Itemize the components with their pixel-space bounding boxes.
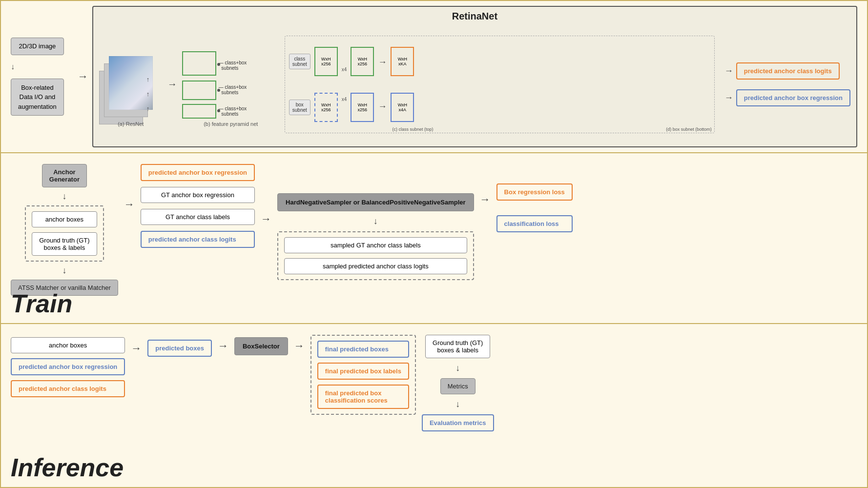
arrow-to-pred-boxes: → [131, 342, 142, 355]
sampler-col: HardNegativeSampler or BalancedPositiveN… [277, 193, 474, 280]
arrow-output2: → [724, 93, 733, 103]
pred-anchor-box-reg-middle: predicted anchor box regression [141, 164, 255, 181]
metrics-box: Metrics [440, 378, 475, 394]
sampler-label: HardNegativeSampler or BalancedPositiveN… [286, 199, 465, 206]
predicted-boxes-label: predicted boxes [147, 340, 212, 357]
resnet-label: (a) ResNet [99, 121, 163, 127]
pred-boxes-col: predicted boxes [147, 340, 212, 357]
data-io-box: Box-relatedData I/O andaugmentation [11, 79, 64, 116]
blue-card-2: WxHx256 [351, 93, 374, 122]
pred-anchor-class-logits-infer: predicted anchor class logits [11, 380, 125, 397]
x4-label-2: x4 [342, 97, 347, 102]
arrow-fpn: → [167, 79, 177, 90]
retinanet-inner: ↑ ↑ ↑ (a) ResNet → — class+box subnets —… [99, 26, 850, 142]
output1-row: → predicted anchor class logits [724, 62, 850, 80]
arrow-to-losses: → [480, 193, 491, 206]
pred-anchor-box-reg-infer: predicted anchor box regression [11, 358, 125, 375]
input-image-box: 2D/3D image [11, 38, 64, 55]
gt-anchor-box-reg-box: GT anchor box regression [141, 187, 255, 203]
left-inputs: 2D/3D image ↓ Box-relatedData I/O andaug… [11, 38, 64, 116]
section-top: 2D/3D image ↓ Box-relatedData I/O andaug… [1, 1, 867, 153]
anchor-generator-box: AnchorGenerator [42, 164, 87, 187]
anchor-boxes-middle-box: anchor boxes [32, 211, 97, 227]
losses-col: Box regression loss classification loss [496, 183, 573, 232]
layer-col-1: WxHx256 WxHx256 [314, 40, 338, 129]
fpn-visual: — class+box subnets — class+box subnets … [182, 41, 280, 127]
sampled-pred-logits-box: sampled predicted anchor class logits [284, 258, 467, 274]
layer-col-3: WxHxKA WxHx4A [391, 40, 414, 129]
x4-label-1: x4 [342, 67, 347, 72]
sampled-dashed-box: sampled GT anchor class labels sampled p… [277, 231, 474, 280]
down-arrow-eval: ↓ [455, 399, 460, 409]
subnet-label-col: classsubnet boxsubnet [289, 40, 310, 129]
down-arrow-icon: ↓ [11, 62, 15, 71]
down-arrow-anchor: ↓ [62, 191, 66, 202]
final-outputs-dashed-box: final predicted boxes final predicted bo… [310, 335, 416, 415]
arrow-to-retinanet: → [78, 70, 88, 83]
subnet-visual: classsubnet boxsubnet WxHx256 WxHx256 x4… [285, 36, 715, 133]
inference-section-label: Inference [11, 453, 124, 482]
arrows-col: → → [378, 40, 387, 129]
anchor-generator-col: AnchorGenerator ↓ anchor boxes Ground tr… [11, 164, 118, 296]
x4-labels: x4 x4 [342, 40, 347, 129]
output-labels: → predicted anchor class logits → predic… [724, 62, 850, 106]
output2-row: → predicted anchor box regression [724, 89, 850, 106]
blue-dashed-card-1: WxHx256 [314, 93, 338, 122]
down-arrow-metrics: ↓ [455, 363, 460, 373]
anchor-boxes-infer-box: anchor boxes [11, 337, 125, 353]
sampler-box: HardNegativeSampler or BalancedPositiveN… [277, 193, 474, 211]
retinanet-title: RetinaNet [99, 11, 850, 22]
train-section-label: Train [11, 289, 72, 318]
arrow-to-gt-flow: → [124, 198, 135, 211]
box-regression-loss-label: Box regression loss [496, 183, 573, 201]
down-arrow-matcher: ↓ [62, 265, 66, 276]
infer-left-col: anchor boxes predicted anchor box regres… [11, 337, 125, 397]
pred-anchor-box-reg-label: predicted anchor box regression [736, 89, 850, 106]
gt-anchor-class-labels-box: GT anchor class labels [141, 209, 255, 225]
gt-flow-col: predicted anchor box regression GT ancho… [141, 164, 255, 248]
class-subnet-bottom-label: (c) class subnet (top) [393, 127, 434, 132]
gt-boxes-infer-box: Ground truth (GT)boxes & labels [425, 335, 490, 358]
sampled-gt-labels-box: sampled GT anchor class labels [284, 237, 467, 253]
final-predicted-box-scores-label: final predicted boxclassification scores [317, 385, 409, 409]
evaluation-metrics-label: Evaluation metrics [422, 414, 494, 431]
orange-card-3: WxHxKA [391, 47, 414, 76]
anchor-generator-label: AnchorGenerator [49, 168, 80, 183]
box-subnet-bottom-label: (d) box subnet (bottom) [666, 127, 712, 132]
layer-col-2: WxHx256 WxHx256 [351, 40, 374, 129]
down-arrow-sampler: ↓ [277, 216, 474, 226]
blue-card-3: WxHx4A [391, 93, 414, 122]
pred-anchor-class-logits-label: predicted anchor class logits [736, 62, 840, 80]
retinanet-box: RetinaNet ↑ ↑ ↑ (a) ResNet → [92, 6, 857, 147]
arrow-box: → [378, 102, 387, 112]
green-card-1: WxHx256 [314, 47, 338, 76]
arrow-to-final: → [294, 340, 305, 352]
class-subnet-text: classsubnet [289, 54, 310, 69]
arrow-to-sampler: → [261, 213, 271, 225]
input-image-label: 2D/3D image [19, 42, 56, 50]
data-io-label: Box-relatedData I/O andaugmentation [18, 84, 57, 110]
main-container: 2D/3D image ↓ Box-relatedData I/O andaug… [0, 0, 868, 488]
final-predicted-boxes-label: final predicted boxes [317, 341, 409, 358]
arrow-class: → [378, 57, 387, 67]
fpn-label: (b) feature pyramid net [182, 121, 280, 127]
section-middle: AnchorGenerator ↓ anchor boxes Ground tr… [1, 153, 867, 324]
gt-metrics-col: Ground truth (GT)boxes & labels ↓ Metric… [422, 335, 494, 431]
classification-loss-label: classification loss [496, 215, 573, 232]
section-bottom: anchor boxes predicted anchor box regres… [1, 324, 867, 487]
boxselector-col: BoxSelector [234, 337, 288, 355]
anchor-gt-dashed-box: anchor boxes Ground truth (GT)boxes & la… [25, 205, 103, 262]
boxselector-box: BoxSelector [234, 337, 288, 355]
arrow-output1: → [724, 66, 733, 76]
gt-boxes-labels-middle-box: Ground truth (GT)boxes & labels [32, 232, 97, 256]
final-predicted-box-labels-label: final predicted box labels [317, 363, 409, 380]
box-subnet-text: boxsubnet [289, 100, 310, 115]
pred-anchor-class-logits-middle: predicted anchor class logits [141, 231, 255, 248]
arrow-to-boxselector: → [218, 340, 228, 352]
green-card-2: WxHx256 [351, 47, 374, 76]
resnet-visual: ↑ ↑ ↑ (a) ResNet [99, 41, 163, 127]
